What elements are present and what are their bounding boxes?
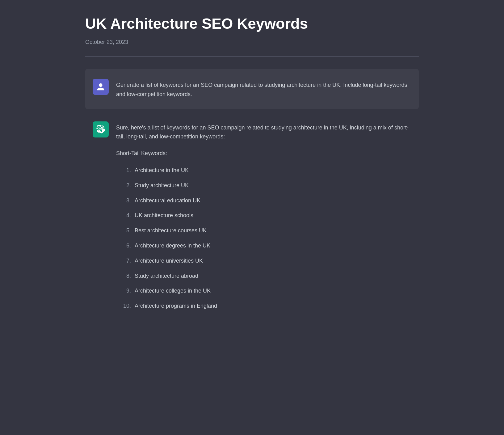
list-item: 3.Architectural education UK <box>121 193 411 208</box>
assistant-message-content: Sure, here's a list of keywords for an S… <box>116 121 411 314</box>
list-item-text: Study architecture abroad <box>135 272 198 281</box>
list-number: 4. <box>121 211 131 220</box>
list-item-text: UK architecture schools <box>135 211 193 220</box>
list-item-text: Architecture programs in England <box>135 302 217 310</box>
list-item: 10.Architecture programs in England <box>121 298 411 314</box>
list-item-text: Architecture universities UK <box>135 256 203 265</box>
divider <box>85 56 419 57</box>
page-date: October 23, 2023 <box>85 38 419 47</box>
chatgpt-icon <box>96 125 105 134</box>
keyword-list: 1.Architecture in the UK2.Study architec… <box>121 163 411 314</box>
list-item-text: Architecture in the UK <box>135 166 189 175</box>
list-number: 8. <box>121 272 131 281</box>
user-icon <box>96 82 105 91</box>
assistant-message-row: Sure, here's a list of keywords for an S… <box>85 112 419 323</box>
list-item: 6.Architecture degrees in the UK <box>121 238 411 253</box>
list-number: 5. <box>121 226 131 235</box>
list-number: 10. <box>121 302 131 310</box>
user-avatar <box>93 79 109 95</box>
list-item: 4.UK architecture schools <box>121 208 411 223</box>
list-item: 1.Architecture in the UK <box>121 163 411 178</box>
list-item-text: Architecture degrees in the UK <box>135 241 210 250</box>
list-item-text: Study architecture UK <box>135 181 189 190</box>
list-number: 2. <box>121 181 131 190</box>
assistant-avatar <box>93 121 109 137</box>
list-item: 9.Architecture colleges in the UK <box>121 283 411 298</box>
list-number: 7. <box>121 256 131 265</box>
list-item: 2.Study architecture UK <box>121 178 411 193</box>
page-container: UK Architecture SEO Keywords October 23,… <box>67 0 437 338</box>
list-item-text: Architecture colleges in the UK <box>135 286 211 295</box>
user-message-content: Generate a list of keywords for an SEO c… <box>116 79 411 99</box>
list-item: 8.Study architecture abroad <box>121 268 411 284</box>
list-item-text: Architectural education UK <box>135 196 200 205</box>
list-number: 1. <box>121 166 131 175</box>
assistant-intro-text: Sure, here's a list of keywords for an S… <box>116 123 411 141</box>
list-item: 7.Architecture universities UK <box>121 253 411 268</box>
section-heading: Short-Tail Keywords: <box>116 149 411 158</box>
list-number: 9. <box>121 286 131 295</box>
list-number: 3. <box>121 196 131 205</box>
list-number: 6. <box>121 241 131 250</box>
user-message-row: Generate a list of keywords for an SEO c… <box>85 69 419 109</box>
list-item: 5.Best architecture courses UK <box>121 223 411 238</box>
user-message-text: Generate a list of keywords for an SEO c… <box>116 81 411 99</box>
list-item-text: Best architecture courses UK <box>135 226 207 235</box>
page-title: UK Architecture SEO Keywords <box>85 15 419 33</box>
